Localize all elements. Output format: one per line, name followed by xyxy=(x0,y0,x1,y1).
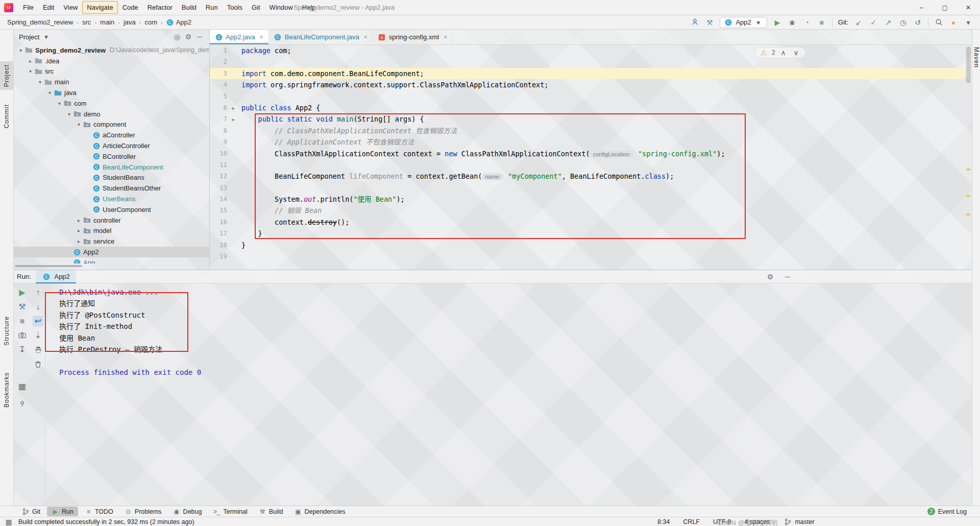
layout-icon[interactable]: ▦ xyxy=(17,381,28,392)
maximize-button[interactable]: ▢ xyxy=(933,0,957,15)
tool-window-button-git[interactable]: Git xyxy=(17,507,45,516)
project-panel-title[interactable]: Project xyxy=(19,33,39,41)
stripe-tab-commit[interactable]: Commit xyxy=(0,101,13,131)
stripe-tab-structure[interactable]: Structure xyxy=(0,313,13,349)
tree-item-service[interactable]: ▸service xyxy=(14,236,209,247)
tree-chevron-icon[interactable]: ▾ xyxy=(75,122,83,127)
inspections-widget[interactable]: ⚠ 2 ∧ ∨ xyxy=(754,47,805,58)
git-commit-button[interactable]: ✓ xyxy=(869,18,878,27)
run-tab-app2[interactable]: C App2 xyxy=(36,270,76,283)
stop-button[interactable]: ■ xyxy=(817,18,826,27)
minimize-button[interactable]: – xyxy=(910,0,933,15)
breadcrumb-App2[interactable]: CApp2 xyxy=(165,18,192,27)
build-project-button[interactable]: ⚒ xyxy=(705,18,714,27)
update-indicator-icon[interactable]: ● xyxy=(949,18,958,27)
tree-chevron-icon[interactable]: ▾ xyxy=(56,101,63,106)
tree-chevron-icon[interactable]: ▸ xyxy=(75,228,83,233)
scroll-end-icon[interactable]: ⇣ xyxy=(33,330,43,341)
tree-item-ArticleController[interactable]: CArticleController xyxy=(14,140,209,151)
tree-item-main[interactable]: ▾main xyxy=(14,77,209,87)
tree-item-component[interactable]: ▾component xyxy=(14,119,209,130)
menu-file[interactable]: File xyxy=(18,1,38,14)
breadcrumb-com[interactable]: com xyxy=(143,18,158,27)
event-log-button[interactable]: 2 Event Log xyxy=(927,508,980,515)
close-button[interactable]: ✕ xyxy=(957,0,980,15)
status-message[interactable]: Build completed successfully in 2 sec, 9… xyxy=(18,518,194,525)
tree-chevron-icon[interactable]: ▸ xyxy=(75,238,83,244)
menu-refactor[interactable]: Refactor xyxy=(143,1,177,14)
stop-icon[interactable]: ■ xyxy=(17,316,28,326)
up-icon[interactable]: ↑ xyxy=(33,287,43,298)
next-problem-icon[interactable]: ∨ xyxy=(792,48,801,57)
code-line-14[interactable]: 14 System.out.println("使用 Bean"); xyxy=(210,194,965,205)
tree-item-BeanLifeComponent[interactable]: CBeanLifeComponent xyxy=(14,162,209,173)
breadcrumb-Spring_demo2_review[interactable]: Spring_demo2_review xyxy=(6,18,74,27)
tool-window-button-run[interactable]: ▶Run xyxy=(47,507,78,516)
tool-window-button-dependencies[interactable]: ▣Dependencies xyxy=(290,507,350,516)
breadcrumb-java[interactable]: java xyxy=(122,18,137,27)
warning-stripe-mark[interactable] xyxy=(966,195,970,197)
code-line-4[interactable]: 4import org.springframework.context.supp… xyxy=(210,79,965,90)
tree-item-src[interactable]: ▾src xyxy=(14,66,209,77)
tree-item-StudentBeansOther[interactable]: CStudentBeansOther xyxy=(14,183,209,194)
caret-position[interactable]: 8:34 xyxy=(657,518,670,525)
tree-item-.idea[interactable]: ▸.idea xyxy=(14,56,209,66)
git-branch-widget[interactable]: master xyxy=(783,517,814,526)
tree-item-aController[interactable]: CaController xyxy=(14,130,209,140)
tree-item-demo[interactable]: ▾demo xyxy=(14,109,209,119)
prev-problem-icon[interactable]: ∧ xyxy=(779,48,788,57)
run-console[interactable]: D:\Jdk\bin\java.exe ...执行了通知执行了 @PostCon… xyxy=(46,284,972,506)
editor-tab-App2.java[interactable]: CApp2.java× xyxy=(210,30,269,44)
tree-item-App2[interactable]: CApp2 xyxy=(14,247,209,257)
tree-item-Spring_demo2_review[interactable]: ▾Spring_demo2_reviewD:\Java\code\test_ja… xyxy=(14,45,209,56)
tree-item-UserComponent[interactable]: CUserComponent xyxy=(14,204,209,215)
menu-navigate[interactable]: Navigate xyxy=(82,1,117,14)
code-line-18[interactable]: 18} xyxy=(210,240,965,251)
stripe-tab-maven[interactable]: Maven xyxy=(972,44,980,71)
editor-scrollbar[interactable] xyxy=(965,45,972,270)
code-line-6[interactable]: 6▶public class App2 { xyxy=(210,102,965,113)
warning-stripe-mark[interactable] xyxy=(966,213,970,216)
tool-window-button-debug[interactable]: Debug xyxy=(168,507,207,516)
tree-item-StudentBeans[interactable]: CStudentBeans xyxy=(14,173,209,183)
tree-item-java[interactable]: ▾java xyxy=(14,87,209,98)
warning-stripe-mark[interactable] xyxy=(966,169,970,171)
tree-chevron-icon[interactable]: ▾ xyxy=(17,47,24,53)
run-gutter-icon[interactable]: ▶ xyxy=(232,103,235,114)
code-line-9[interactable]: 9 // ApplicationContext 不包含销毁方法 xyxy=(210,136,965,148)
tree-item-UserBeans[interactable]: CUserBeans xyxy=(14,194,209,204)
code-line-3[interactable]: 3import com.demo.component.BeanLifeCompo… xyxy=(210,68,965,79)
scrollbar-thumb[interactable] xyxy=(966,46,971,83)
menu-build[interactable]: Build xyxy=(177,1,201,14)
tool-window-button-todo[interactable]: ≡TODO xyxy=(80,507,118,516)
tool-window-button-terminal[interactable]: >_Terminal xyxy=(208,507,252,516)
menu-view[interactable]: View xyxy=(59,1,82,14)
line-separator[interactable]: CRLF xyxy=(683,518,700,525)
code-line-13[interactable]: 13 xyxy=(210,182,965,194)
minimize-panel-icon[interactable]: ─ xyxy=(783,272,792,281)
tree-chevron-icon[interactable]: ▾ xyxy=(65,111,73,117)
run-config-select[interactable]: C App2 ▾ xyxy=(720,17,767,28)
code-line-16[interactable]: 16 context.destroy(); xyxy=(210,217,965,228)
export-icon[interactable]: ↧ xyxy=(17,344,28,355)
tree-item-BController[interactable]: CBController xyxy=(14,151,209,162)
rollback-button[interactable]: ↺ xyxy=(913,18,922,27)
close-tab-icon[interactable]: × xyxy=(260,34,263,41)
tree-item-App[interactable]: CApp xyxy=(14,257,209,264)
stripe-tab-bookmarks[interactable]: Bookmarks xyxy=(0,369,13,411)
gear-icon[interactable]: ⚙ xyxy=(184,32,193,41)
code-line-19[interactable]: 19 xyxy=(210,251,965,262)
git-update-button[interactable]: ↙ xyxy=(854,18,863,27)
menu-code[interactable]: Code xyxy=(118,1,143,14)
menu-tools[interactable]: Tools xyxy=(223,1,247,14)
coverage-button[interactable]: ◔ xyxy=(802,18,812,27)
stripe-tab-project[interactable]: Project xyxy=(0,61,13,90)
code-line-2[interactable]: 2 xyxy=(210,56,965,67)
horizontal-scrollbar[interactable] xyxy=(15,265,82,267)
search-everywhere-button[interactable] xyxy=(934,18,943,27)
soft-wrap-icon[interactable]: ↩ xyxy=(33,316,43,326)
tree-item-model[interactable]: ▸model xyxy=(14,226,209,236)
tree-chevron-icon[interactable]: ▾ xyxy=(46,90,54,95)
editor-tab-spring-config.xml[interactable]: sspring-config.xml× xyxy=(373,30,453,44)
locate-file-icon[interactable]: ◎ xyxy=(173,32,182,41)
